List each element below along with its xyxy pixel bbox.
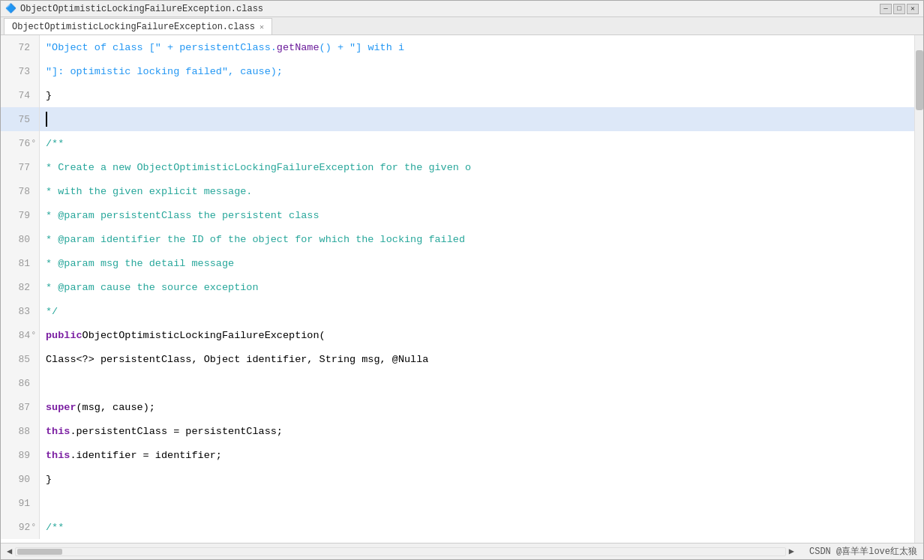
line-number: 74 [1,83,40,107]
line-number: 80 [1,227,40,251]
line-code: * with the given explicit message. [40,179,914,203]
tab-label: ObjectOptimisticLockingFailureException.… [12,22,255,32]
line-code: super(msg, cause); [40,395,914,419]
editor-window: 🔷 ObjectOptimisticLockingFailureExceptio… [0,0,924,560]
line-number: 90 [1,467,40,491]
table-row: 84°public ObjectOptimisticLockingFailure… [1,323,914,347]
table-row: 89 this.identifier = identifier; [1,443,914,467]
line-code: } [40,83,914,107]
line-number: 81 [1,251,40,275]
table-row: 85 Class<?> persistentClass, Object iden… [1,347,914,371]
line-code [40,371,914,395]
line-code [40,107,914,131]
line-code: * @param msg the detail message [40,251,914,275]
horizontal-scrollbar[interactable] [15,547,786,556]
line-code: * Create a new ObjectOptimisticLockingFa… [40,155,914,179]
table-row: 79 * @param persistentClass the persiste… [1,203,914,227]
line-number: 72 [1,35,40,59]
table-row: 77 * Create a new ObjectOptimisticLockin… [1,155,914,179]
table-row: 78 * with the given explicit message. [1,179,914,203]
editor-area[interactable]: 72"Object of class [" + persistentClass.… [1,35,923,543]
scroll-right-arrow[interactable]: ▶ [789,546,794,557]
line-number: 75 [1,107,40,131]
table-row: 88 this.persistentClass = persistentClas… [1,419,914,443]
line-number: 78 [1,179,40,203]
table-row: 74 } [1,83,914,107]
line-number: 76° [1,131,40,155]
minimize-button[interactable]: ─ [880,4,892,14]
table-row: 76° /** [1,131,914,155]
tab-bar: ObjectOptimisticLockingFailureException.… [1,17,923,35]
line-code: /** [40,131,914,155]
table-row: 86 [1,371,914,395]
line-number: 85 [1,347,40,371]
line-code: * @param persistentClass the persistent … [40,203,914,227]
line-code: Class<?> persistentClass, Object identif… [40,347,914,371]
line-code: } [40,467,914,491]
line-number: 87 [1,395,40,419]
attribution-text: CSDN @喜羊羊love红太狼 [809,545,917,558]
window-title: ObjectOptimisticLockingFailureException.… [20,4,263,14]
line-number: 83 [1,299,40,323]
line-code: * @param cause the source exception [40,275,914,299]
window-controls: ─ □ ✕ [880,4,919,14]
line-number: 88 [1,419,40,443]
table-row: 87 super(msg, cause); [1,395,914,419]
line-code: "]: optimistic locking failed", cause); [40,59,914,83]
line-number: 84° [1,323,40,347]
table-row: 92° /** [1,515,914,539]
line-number: 92° [1,515,40,539]
line-code: this.identifier = identifier; [40,443,914,467]
table-row: 75 [1,107,914,131]
line-code: this.persistentClass = persistentClass; [40,419,914,443]
line-number: 79 [1,203,40,227]
line-code: public ObjectOptimisticLockingFailureExc… [40,323,914,347]
table-row: 90 } [1,467,914,491]
close-button[interactable]: ✕ [907,4,919,14]
code-lines-container: 72"Object of class [" + persistentClass.… [1,35,914,543]
line-number: 89 [1,443,40,467]
title-bar: 🔷 ObjectOptimisticLockingFailureExceptio… [1,1,923,17]
table-row: 83 */ [1,299,914,323]
table-row: 81 * @param msg the detail message [1,251,914,275]
maximize-button[interactable]: □ [893,4,905,14]
line-number: 82 [1,275,40,299]
tab-close-button[interactable]: ✕ [260,22,264,31]
table-row: 91 [1,491,914,515]
line-number: 91 [1,491,40,515]
table-row: 80 * @param identifier the ID of the obj… [1,227,914,251]
table-row: 82 * @param cause the source exception [1,275,914,299]
scroll-left-arrow[interactable]: ◀ [7,546,12,557]
line-number: 86 [1,371,40,395]
line-code: /** [40,515,914,539]
line-code: "Object of class [" + persistentClass.ge… [40,35,914,59]
table-row: 72"Object of class [" + persistentClass.… [1,35,914,59]
line-code: * @param identifier the ID of the object… [40,227,914,251]
file-icon: 🔷 [5,4,16,14]
line-code [40,491,914,515]
scrollbar-thumb[interactable] [916,50,923,110]
line-number: 73 [1,59,40,83]
editor-tab[interactable]: ObjectOptimisticLockingFailureException.… [4,18,272,34]
vertical-scrollbar[interactable] [914,35,923,543]
bottom-bar: ◀ ▶ CSDN @喜羊羊love红太狼 [1,543,923,559]
line-code: */ [40,299,914,323]
table-row: 73"]: optimistic locking failed", cause)… [1,59,914,83]
line-number: 77 [1,155,40,179]
h-scrollbar-thumb[interactable] [17,549,62,555]
